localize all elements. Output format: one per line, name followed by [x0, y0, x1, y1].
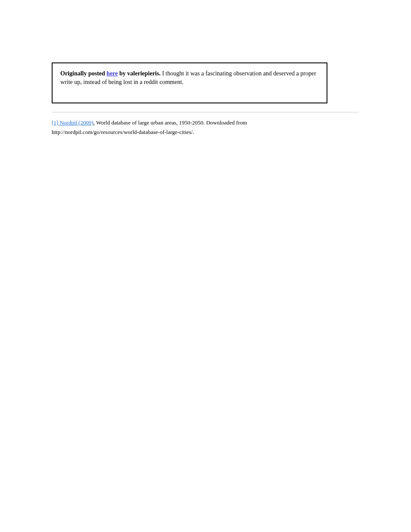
callout-prefix: Originally posted: [60, 70, 106, 77]
callout-link-here[interactable]: here: [106, 70, 118, 77]
reference-1-link[interactable]: [1] Nordpil (2009): [52, 119, 93, 126]
reference-line-2: http://nordpil.com/go/resources/world-da…: [52, 128, 359, 137]
callout-content: Originally posted here by valeriepieris.…: [53, 63, 327, 91]
callout-box: Originally posted here by valeriepieris.…: [52, 62, 327, 103]
reference-1-tail: , World database of large urban areas, 1…: [93, 119, 247, 126]
document-page: Originally posted here by valeriepieris.…: [0, 0, 411, 532]
horizontal-rule: [52, 112, 359, 112]
callout-suffix: by valeriepieris.: [118, 70, 161, 77]
reference-line-1: [1] Nordpil (2009), World database of la…: [52, 118, 359, 127]
references-block: [1] Nordpil (2009), World database of la…: [52, 118, 359, 136]
